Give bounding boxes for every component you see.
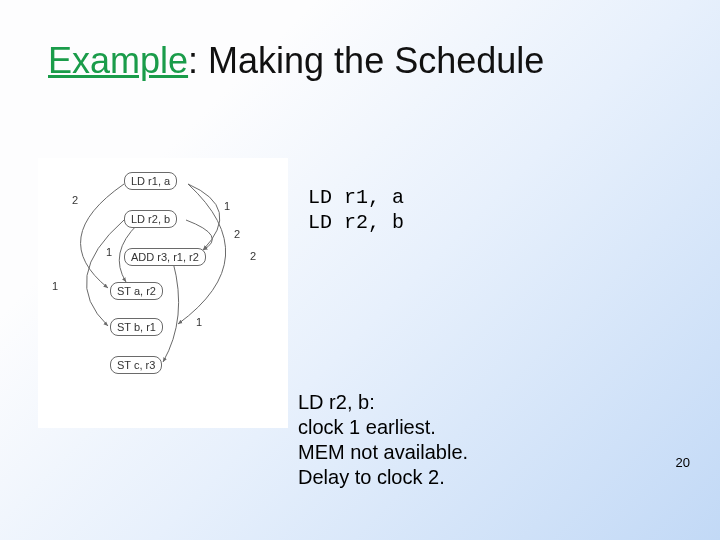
edge-weight: 2 [72, 194, 78, 206]
graph-node-ld-r2-b: LD r2, b [124, 210, 177, 228]
note-line: Delay to clock 2. [298, 465, 468, 490]
graph-node-add: ADD r3, r1, r2 [124, 248, 206, 266]
edge-weight: 2 [234, 228, 240, 240]
title-accent: Example [48, 40, 188, 81]
code-line: LD r1, a [308, 186, 404, 209]
graph-node-st-c-r3: ST c, r3 [110, 356, 162, 374]
dependency-graph: LD r1, a LD r2, b ADD r3, r1, r2 ST a, r… [38, 158, 288, 428]
edge-weight: 1 [106, 246, 112, 258]
edge-weight: 1 [224, 200, 230, 212]
edge-weight: 2 [250, 250, 256, 262]
note-line: clock 1 earliest. [298, 415, 468, 440]
slide-title: Example: Making the Schedule [48, 40, 544, 82]
explanation-note: LD r2, b: clock 1 earliest. MEM not avai… [298, 390, 468, 490]
note-line: LD r2, b: [298, 390, 468, 415]
slide: Example: Making the Schedule LD r1 [0, 0, 720, 540]
edge-weight: 1 [196, 316, 202, 328]
note-line: MEM not available. [298, 440, 468, 465]
edge-weight: 1 [52, 280, 58, 292]
graph-node-st-a-r2: ST a, r2 [110, 282, 163, 300]
code-line: LD r2, b [308, 211, 404, 234]
graph-node-ld-r1-a: LD r1, a [124, 172, 177, 190]
title-rest: : Making the Schedule [188, 40, 544, 81]
page-number: 20 [676, 455, 690, 470]
graph-node-st-b-r1: ST b, r1 [110, 318, 163, 336]
schedule-code: LD r1, a LD r2, b [308, 185, 404, 235]
